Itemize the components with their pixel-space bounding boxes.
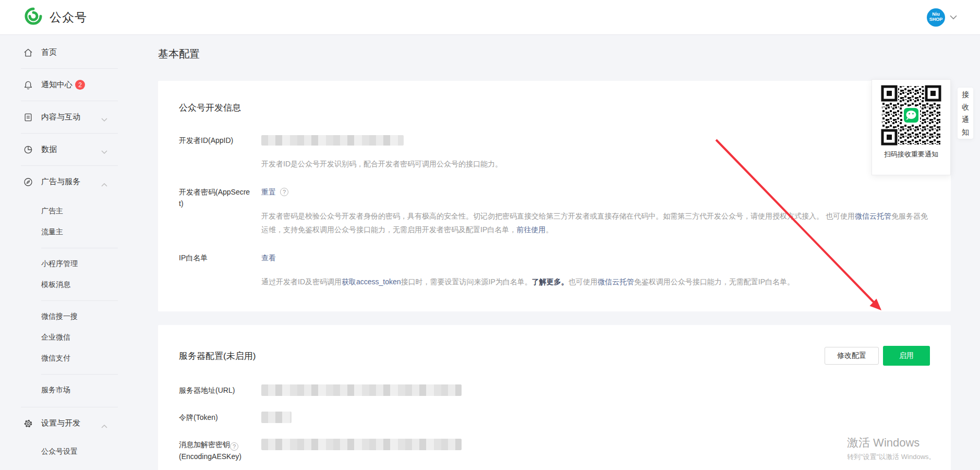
token-row: 令牌(Token) (179, 412, 930, 423)
aeskey-label-sub: (EncodingAESKey) (179, 451, 252, 462)
sidebar-subitem-service-market[interactable]: 服务市场 (0, 380, 121, 401)
account-menu[interactable]: Niu SHOP (927, 8, 957, 27)
sidebar-subitem-label: 企业微信 (41, 333, 70, 342)
sidebar-subitem-label: 微信支付 (41, 354, 70, 363)
aeskey-row: 消息加解密密钥? (EncodingAESKey) (179, 439, 930, 462)
sidebar-subitem-label: 服务市场 (41, 385, 70, 395)
access-token-link[interactable]: 获取access_token (342, 278, 401, 286)
sidebar-item-label: 通知中心 (41, 80, 72, 90)
ip-desc-text: 接口时，需要设置访问来源IP为白名单。 (401, 278, 532, 286)
top-header: 公众号 Niu SHOP (0, 0, 980, 35)
sidebar-item-content-interaction[interactable]: 内容与互动 (0, 101, 121, 133)
sidebar-item-data[interactable]: 数据 (0, 134, 121, 165)
bell-icon (23, 80, 33, 90)
sidebar-item-label: 内容与互动 (41, 112, 80, 122)
wechat-cloudrun-link[interactable]: 微信云托管 (855, 212, 891, 220)
sidebar-item-notification-center[interactable]: 通知中心 2 (0, 69, 121, 101)
aeskey-label: 消息加解密密钥? (EncodingAESKey) (179, 439, 261, 462)
sidebar-item-ads-services[interactable]: 广告与服务 (0, 166, 121, 198)
main-content: 基本配置 公众号开发信息 开发者ID(AppID) 开发者ID是公众号开发识别码… (121, 35, 980, 470)
sidebar-item-label: 首页 (41, 47, 57, 57)
qr-code-image (880, 85, 942, 146)
app-logo-group[interactable]: 公众号 (24, 7, 87, 28)
view-ip-whitelist-link[interactable]: 查看 (261, 254, 276, 262)
appid-label: 开发者ID(AppID) (179, 135, 261, 146)
notification-count-badge: 2 (75, 80, 85, 90)
sidebar-item-label: 设置与开发 (41, 418, 80, 428)
qr-notice-panel: 扫码接收重要通知 (872, 79, 951, 175)
go-use-link[interactable]: 前往使用 (516, 225, 546, 234)
appid-description: 开发者ID是公众号开发识别码，配合开发者密码可调用公众号的接口能力。 (261, 157, 930, 171)
ip-desc-text: 也可使用 (568, 278, 598, 286)
appsecret-label: 开发者密码(AppSecret) (179, 186, 261, 209)
sidebar-subitem-label: 微信搜一搜 (41, 312, 78, 321)
appsecret-desc-text: 开发者密码是校验公众号开发者身份的密码，具有极高的安全性。切记勿把密码直接交给第… (261, 212, 855, 220)
wechat-official-logo-icon (24, 7, 43, 28)
sidebar-subitem-traffic-owner[interactable]: 流量主 (0, 222, 121, 243)
appsecret-help-icon[interactable]: ? (280, 188, 288, 196)
wechat-cloudrun-link[interactable]: 微信云托管 (598, 278, 634, 286)
sidebar-subitem-label: 模板消息 (41, 280, 70, 290)
ip-desc-text: 免鉴权调用公众号接口能力，无需配置IP白名单。 (634, 278, 794, 286)
server-url-row: 服务器地址(URL) (179, 384, 930, 396)
aeskey-value-redacted (261, 439, 462, 450)
aeskey-label-text: 消息加解密密钥 (179, 440, 230, 449)
divider (41, 300, 118, 301)
sidebar-subitem-template-message[interactable]: 模板消息 (0, 274, 121, 295)
dev-info-card: 公众号开发信息 开发者ID(AppID) 开发者ID是公众号开发识别码，配合开发… (158, 81, 951, 311)
receive-notice-tab-label: 接收通知 (962, 88, 970, 138)
dev-info-card-title: 公众号开发信息 (179, 102, 930, 114)
reset-appsecret-link[interactable]: 重置 (261, 186, 276, 198)
server-config-card: 服务器配置(未启用) 修改配置 启用 服务器地址(URL) 令牌(Token) (158, 325, 951, 470)
divider (41, 374, 118, 375)
server-config-card-title: 服务器配置(未启用) (179, 350, 256, 362)
sidebar-item-label: 数据 (41, 144, 57, 154)
sidebar-item-settings-dev[interactable]: 设置与开发 (0, 407, 121, 439)
qr-caption: 扫码接收重要通知 (884, 150, 938, 159)
token-value-redacted (261, 412, 292, 423)
ip-whitelist-description: 通过开发者ID及密码调用获取access_token接口时，需要设置访问来源IP… (261, 275, 930, 288)
appsecret-desc-text: 。 (546, 225, 553, 234)
sidebar-subitem-wecom[interactable]: 企业微信 (0, 327, 121, 348)
ip-whitelist-row: IP白名单 查看 通过开发者ID及密码调用获取access_token接口时，需… (179, 252, 930, 288)
sidebar-subitem-account-settings[interactable]: 公众号设置 (0, 441, 121, 462)
home-icon (23, 47, 33, 58)
app-title: 公众号 (50, 9, 87, 26)
divider (41, 248, 118, 248)
learn-more-link[interactable]: 了解更多。 (532, 278, 568, 286)
pie-chart-icon (23, 144, 33, 155)
ip-whitelist-label: IP白名单 (179, 252, 261, 263)
sidebar-subitem-wechat-search[interactable]: 微信搜一搜 (0, 306, 121, 327)
sidebar-item-label: 广告与服务 (41, 177, 80, 187)
chevron-up-icon (101, 179, 107, 188)
appsecret-description: 开发者密码是校验公众号开发者身份的密码，具有极高的安全性。切记勿把密码直接交给第… (261, 209, 930, 236)
appid-row: 开发者ID(AppID) 开发者ID是公众号开发识别码，配合开发者密码可调用公众… (179, 135, 930, 171)
sidebar-subitem-advertiser[interactable]: 广告主 (0, 201, 121, 222)
appid-value-redacted (261, 135, 404, 146)
chevron-down-icon (101, 147, 107, 156)
avatar-text-line2: SHOP (929, 17, 943, 22)
appsecret-row: 开发者密码(AppSecret) 重置 ? 开发者密码是校验公众号开发者身份的密… (179, 186, 930, 236)
sidebar: 首页 通知中心 2 内容与互动 (0, 35, 121, 470)
account-avatar[interactable]: Niu SHOP (927, 8, 945, 27)
receive-notice-tab[interactable]: 接收通知 (958, 88, 973, 139)
modify-config-button[interactable]: 修改配置 (825, 347, 879, 365)
sidebar-subitem-miniprogram[interactable]: 小程序管理 (0, 254, 121, 274)
account-chevron-down-icon[interactable] (950, 13, 957, 22)
enable-button[interactable]: 启用 (883, 346, 930, 366)
server-url-value-redacted (261, 384, 462, 396)
page-title: 基本配置 (158, 47, 980, 61)
gear-icon (23, 418, 33, 429)
chevron-up-icon (101, 421, 107, 430)
sidebar-subitem-label: 小程序管理 (41, 259, 78, 269)
sidebar-item-home[interactable]: 首页 (0, 37, 121, 68)
server-url-label: 服务器地址(URL) (179, 384, 261, 396)
aeskey-help-icon[interactable]: ? (230, 442, 238, 451)
sidebar-subitem-label: 广告主 (41, 207, 63, 216)
chevron-down-icon (101, 115, 107, 124)
compass-icon (23, 177, 33, 187)
token-label: 令牌(Token) (179, 412, 261, 423)
sidebar-subitem-label: 公众号设置 (41, 447, 78, 456)
sidebar-subitem-wechat-pay[interactable]: 微信支付 (0, 348, 121, 369)
sidebar-subitem-label: 流量主 (41, 227, 63, 237)
